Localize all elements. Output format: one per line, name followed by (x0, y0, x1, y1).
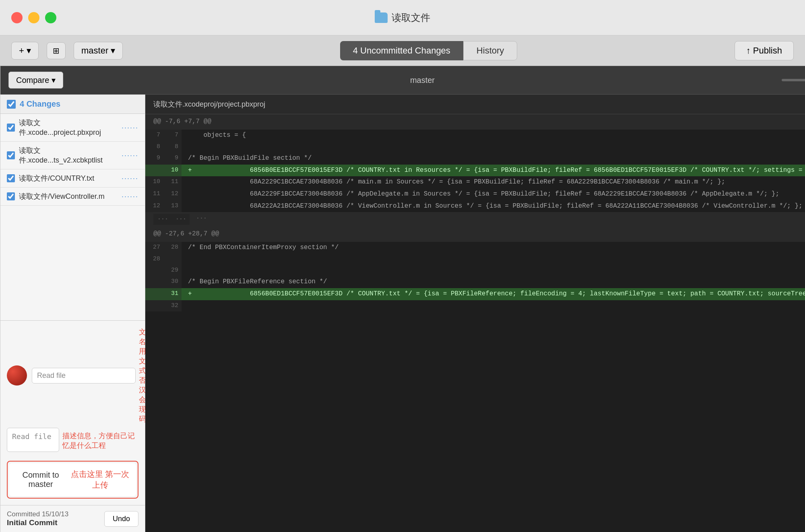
compare-bar: Compare ▾ master (0, 66, 805, 95)
diff-line: 88 (145, 141, 805, 153)
compare-button[interactable]: Compare ▾ (8, 72, 63, 89)
commit-desc-annotation: 描述信息，方便自己记忆是什么工程 (62, 431, 138, 450)
commit-title-input[interactable] (32, 368, 136, 384)
file-item-1[interactable]: 读取文件.xcode...ts_v2.xcbkptlist ······ (0, 142, 145, 169)
diff-line-added-2: 31 + 6856B0ED1BCCF57E0015EF3D /* COUNTRY… (145, 288, 805, 300)
select-all-checkbox[interactable] (7, 100, 16, 109)
file-name-2: 读取文件/COUNTRY.txt (19, 173, 118, 183)
file-dots-2: ······ (122, 174, 138, 183)
file-list-panel: 4 Changes 读取文件.xcode...project.pbxproj ·… (0, 95, 145, 532)
diff-line: 1213 68A222A21BCCAE73004B8036 /* ViewCon… (145, 200, 805, 212)
main-layout: GitHub daojishi daojishi1 GUID Guide-pag… (0, 66, 805, 532)
commit-button-text: Commit to master (15, 470, 66, 489)
file-item-3[interactable]: 读取文件/ViewController.m ······ (0, 188, 145, 206)
maximize-button[interactable] (45, 12, 56, 23)
window-title-text: 读取文件 (392, 11, 430, 24)
slider-track[interactable] (782, 79, 805, 81)
add-button[interactable]: + ▾ (11, 42, 39, 60)
file-name-3: 读取文件/ViewController.m (19, 192, 118, 201)
file-list-header: 4 Changes (0, 95, 145, 114)
diff-line: 99 /* Begin PBXBuildFile section */ (145, 153, 805, 165)
diff-content: @@ -7,6 +7,7 @@ 77 objects = { 88 99 /* … (145, 114, 805, 311)
file-item-0[interactable]: 读取文件.xcode...project.pbxproj ······ (0, 114, 145, 142)
diff-panel: 读取文件.xcodeproj/project.pbxproj ····· @@ … (145, 95, 805, 532)
file-checkbox-2[interactable] (7, 174, 15, 182)
diff-line: 1011 68A2229C1BCCAE73004B8036 /* main.m … (145, 176, 805, 188)
diff-line: 2728 /* End PBXContainerItemProxy sectio… (145, 242, 805, 254)
diff-hunk-header-2: @@ -27,6 +28,7 @@ (145, 227, 805, 242)
diff-line-added: 10 + 6856B0EE1BCCF57E0015EF3D /* COUNTRY… (145, 165, 805, 177)
bottom-bar: Committed 15/10/13 Initial Commit Undo (0, 505, 145, 532)
toolbar-left: + ▾ ⊞ master ▾ (11, 42, 123, 60)
sidebar-toggle-button[interactable]: ⊞ (47, 42, 66, 59)
file-checkbox-3[interactable] (7, 192, 15, 200)
file-item-2[interactable]: 读取文件/COUNTRY.txt ······ (0, 169, 145, 188)
window-title: 读取文件 (375, 11, 430, 24)
diff-line: 30 /* Begin PBXFileReference section */ (145, 276, 805, 288)
toolbar: + ▾ ⊞ master ▾ 4 Uncommitted Changes His… (0, 35, 805, 66)
commit-button-annotation: 点击这里 第一次上传 (70, 469, 130, 491)
branch-label: master (410, 76, 435, 85)
window-controls (11, 12, 56, 23)
diff-hunk-header-1: @@ -7,6 +7,7 @@ (145, 114, 805, 130)
file-dots-3: ······ (122, 192, 138, 201)
diff-filename: 读取文件.xcodeproj/project.pbxproj (153, 99, 265, 109)
changes-panel: 4 Changes 读取文件.xcode...project.pbxproj ·… (0, 95, 805, 532)
diff-line: 28 (145, 254, 805, 265)
diff-line-content: objects = { (182, 130, 805, 142)
toolbar-right: ↑ Publish (735, 41, 794, 60)
diff-separator: ··· ··· ··· (145, 212, 805, 227)
tab-history[interactable]: History (463, 41, 517, 60)
file-checkbox-0[interactable] (7, 124, 15, 132)
file-name-1: 读取文件.xcode...ts_v2.xcbkptlist (19, 146, 118, 165)
publish-button[interactable]: ↑ Publish (735, 41, 794, 60)
commit-summary: 文件名，用英文格式，否则汉字会出现乱码 (7, 327, 138, 424)
committed-label: Committed 15/10/13 (7, 510, 68, 518)
minimize-button[interactable] (28, 12, 39, 23)
toolbar-center: 4 Uncommitted Changes History (131, 41, 726, 60)
file-checkbox-1[interactable] (7, 151, 15, 159)
close-button[interactable] (11, 12, 23, 23)
titlebar: 读取文件 (0, 0, 805, 35)
tab-uncommitted[interactable]: 4 Uncommitted Changes (340, 41, 463, 60)
diff-line: 32 (145, 300, 805, 311)
commit-desc-input[interactable]: Read file (7, 428, 59, 452)
diff-header: 读取文件.xcodeproj/project.pbxproj ····· (145, 95, 805, 114)
avatar (7, 365, 27, 386)
file-dots-1: ······ (122, 151, 138, 160)
file-name-0: 读取文件.xcode...project.pbxproj (19, 118, 118, 137)
initial-commit-label: Initial Commit (7, 518, 68, 527)
spacer (0, 206, 145, 320)
commit-area: 文件名，用英文格式，否则汉字会出现乱码 Read file 描述信息，方便自己记… (0, 320, 145, 505)
undo-button[interactable]: Undo (104, 511, 138, 527)
commit-button-wrapper: Commit to master 点击这里 第一次上传 (7, 461, 138, 499)
slider-area (782, 74, 805, 86)
branch-button[interactable]: master ▾ (74, 42, 123, 60)
changes-count: 4 Changes (20, 99, 60, 109)
commit-info: Committed 15/10/13 Initial Commit (7, 510, 68, 527)
folder-icon (375, 12, 388, 23)
commit-button[interactable]: Commit to master 点击这里 第一次上传 (9, 463, 136, 496)
diff-line: 77 objects = { (145, 130, 805, 142)
content-area: Compare ▾ master 4 Changes 读取文件.xcode...… (0, 66, 805, 532)
diff-line: 1112 68A2229F1BCCAE73004B8036 /* AppDele… (145, 188, 805, 200)
diff-line: 29 (145, 265, 805, 276)
file-dots-0: ······ (122, 124, 138, 132)
